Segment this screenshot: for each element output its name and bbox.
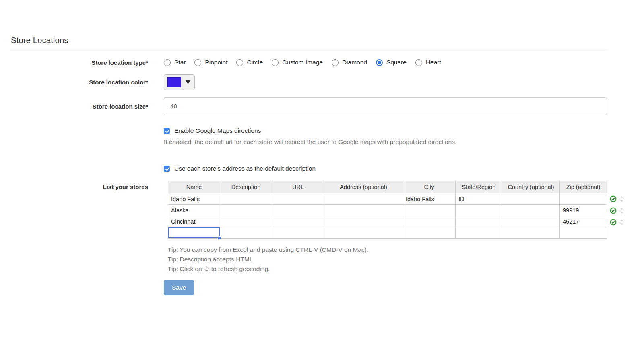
tip-text: Tip: Click on bbox=[168, 265, 202, 272]
enable-google-directions-checkbox[interactable] bbox=[164, 128, 170, 134]
stores-table: NameDescriptionURLAddress (optional)City… bbox=[168, 181, 607, 239]
cell-name[interactable]: Alaska bbox=[168, 205, 220, 216]
save-button[interactable]: Save bbox=[164, 280, 194, 295]
cell-url[interactable] bbox=[272, 205, 324, 216]
cell-description[interactable] bbox=[220, 193, 272, 205]
cell-description[interactable] bbox=[220, 227, 272, 239]
row-actions bbox=[610, 216, 625, 228]
row-actions bbox=[610, 228, 625, 240]
radio-icon[interactable] bbox=[164, 59, 171, 66]
cell-url[interactable] bbox=[272, 193, 324, 205]
type-option-label: Diamond bbox=[342, 59, 367, 66]
google-directions-help-text: If enabled, the default url for each sto… bbox=[164, 138, 607, 146]
cell-zip-optional[interactable]: 99919 bbox=[560, 205, 607, 216]
type-option-label: Pinpoint bbox=[205, 59, 227, 66]
cell-city[interactable] bbox=[403, 205, 456, 216]
tip-text: Tip: Click onto refresh geocoding. bbox=[168, 264, 607, 274]
enable-google-directions-option[interactable]: Enable Google Maps directions bbox=[164, 127, 607, 134]
column-header-state-region[interactable]: State/Region bbox=[456, 181, 502, 193]
type-option-label: Heart bbox=[426, 59, 441, 66]
selected-cell-name[interactable] bbox=[168, 227, 220, 239]
cell-description[interactable] bbox=[220, 205, 272, 216]
store-locations-page: Store Locations Store location type* Sta… bbox=[0, 35, 644, 295]
cell-city[interactable] bbox=[403, 227, 456, 239]
cell-name[interactable]: Idaho Falls bbox=[168, 193, 220, 205]
store-location-size-row: Store location size* bbox=[10, 97, 607, 115]
refresh-geocoding-icon[interactable] bbox=[619, 219, 625, 225]
column-header-url[interactable]: URL bbox=[272, 181, 324, 193]
radio-checked-icon[interactable] bbox=[376, 59, 383, 66]
geocode-ok-icon bbox=[610, 207, 617, 214]
radio-icon[interactable] bbox=[272, 59, 279, 66]
type-option-star[interactable]: Star bbox=[164, 59, 186, 66]
google-directions-row: Enable Google Maps directions If enabled… bbox=[10, 127, 607, 146]
address-as-description-checkbox[interactable] bbox=[164, 166, 170, 172]
store-row bbox=[168, 227, 607, 239]
store-row: Alaska99919 bbox=[168, 205, 607, 216]
cell-zip-optional[interactable]: 45217 bbox=[560, 216, 607, 227]
cell-description[interactable] bbox=[220, 216, 272, 227]
cell-address-optional[interactable] bbox=[324, 193, 403, 205]
radio-icon[interactable] bbox=[332, 59, 339, 66]
type-option-label: Circle bbox=[247, 59, 263, 66]
cell-state-region[interactable] bbox=[456, 205, 502, 216]
address-as-description-option[interactable]: Use each store's address as the default … bbox=[164, 165, 607, 172]
refresh-geocoding-icon[interactable] bbox=[619, 208, 625, 214]
row-actions bbox=[610, 205, 625, 216]
store-row: Cincinnati45217 bbox=[168, 216, 607, 227]
column-header-zip-optional[interactable]: Zip (optional) bbox=[560, 181, 607, 193]
stores-grid: NameDescriptionURLAddress (optional)City… bbox=[168, 181, 607, 240]
column-header-description[interactable]: Description bbox=[220, 181, 272, 193]
page-title: Store Locations bbox=[10, 35, 607, 49]
cell-country-optional[interactable] bbox=[502, 205, 560, 216]
tips: Tip: You can copy from Excel and paste u… bbox=[168, 245, 607, 274]
cell-city[interactable] bbox=[403, 216, 456, 227]
type-option-heart[interactable]: Heart bbox=[415, 59, 441, 66]
tip-text: to refresh geocoding. bbox=[211, 265, 270, 272]
cell-address-optional[interactable] bbox=[324, 227, 403, 239]
caret-down-icon bbox=[186, 80, 190, 84]
column-header-address-optional[interactable]: Address (optional) bbox=[324, 181, 403, 193]
color-swatch bbox=[167, 77, 181, 87]
type-option-circle[interactable]: Circle bbox=[236, 59, 263, 66]
radio-icon[interactable] bbox=[236, 59, 243, 66]
column-header-country-optional[interactable]: Country (optional) bbox=[502, 181, 560, 193]
cell-country-optional[interactable] bbox=[502, 193, 560, 205]
cell-zip-optional[interactable] bbox=[560, 227, 607, 239]
store-row: Idaho FallsIdaho FallsID bbox=[168, 193, 607, 205]
cell-country-optional[interactable] bbox=[502, 216, 560, 227]
cell-url[interactable] bbox=[272, 227, 324, 239]
cell-address-optional[interactable] bbox=[324, 216, 403, 227]
enable-google-directions-label: Enable Google Maps directions bbox=[174, 127, 261, 134]
store-location-type-label: Store location type* bbox=[10, 59, 148, 66]
radio-icon[interactable] bbox=[415, 59, 422, 66]
type-option-custom-image[interactable]: Custom Image bbox=[272, 59, 323, 66]
cell-city[interactable]: Idaho Falls bbox=[403, 193, 456, 205]
cell-zip-optional[interactable] bbox=[560, 193, 607, 205]
cell-state-region[interactable]: ID bbox=[456, 193, 502, 205]
tip-text: Tip: You can copy from Excel and paste u… bbox=[168, 245, 607, 255]
address-as-description-row: Use each store's address as the default … bbox=[10, 165, 607, 172]
cell-address-optional[interactable] bbox=[324, 205, 403, 216]
cell-url[interactable] bbox=[272, 216, 324, 227]
refresh-icon bbox=[202, 265, 211, 272]
store-location-size-input[interactable] bbox=[164, 97, 607, 115]
cell-country-optional[interactable] bbox=[502, 227, 560, 239]
color-picker-button[interactable] bbox=[164, 74, 195, 90]
type-option-label: Custom Image bbox=[282, 59, 323, 66]
radio-icon[interactable] bbox=[194, 59, 201, 66]
address-as-description-label: Use each store's address as the default … bbox=[174, 165, 316, 172]
cell-name[interactable]: Cincinnati bbox=[168, 216, 220, 227]
cell-state-region[interactable] bbox=[456, 227, 502, 239]
column-header-city[interactable]: City bbox=[403, 181, 456, 193]
store-location-size-label: Store location size* bbox=[10, 103, 148, 110]
store-location-color-row: Store location color* bbox=[10, 74, 607, 90]
type-option-square[interactable]: Square bbox=[376, 59, 407, 66]
type-option-pinpoint[interactable]: Pinpoint bbox=[194, 59, 227, 66]
type-option-label: Square bbox=[386, 59, 407, 66]
refresh-geocoding-icon[interactable] bbox=[619, 196, 625, 202]
type-option-label: Star bbox=[174, 59, 186, 66]
column-header-name[interactable]: Name bbox=[168, 181, 220, 193]
type-option-diamond[interactable]: Diamond bbox=[332, 59, 367, 66]
cell-state-region[interactable] bbox=[456, 216, 502, 227]
